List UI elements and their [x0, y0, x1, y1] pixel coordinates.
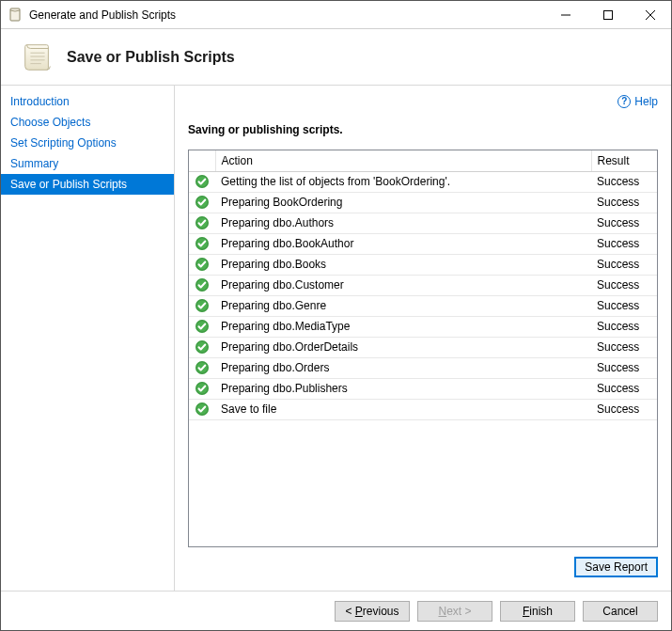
status-cell [189, 213, 215, 233]
cancel-button[interactable]: Cancel [583, 601, 658, 622]
status-cell [189, 316, 215, 337]
table-row[interactable]: Preparing dbo.PublishersSuccess [189, 378, 657, 399]
titlebar: Generate and Publish Scripts [1, 1, 671, 29]
table-row[interactable]: Preparing dbo.AuthorsSuccess [189, 213, 657, 233]
success-check-icon [191, 215, 213, 230]
action-cell: Save to file [215, 399, 591, 419]
success-check-icon [191, 277, 213, 292]
nav-sidebar: Introduction Choose Objects Set Scriptin… [1, 86, 175, 591]
result-cell[interactable]: Success [591, 233, 657, 254]
section-title: Saving or publishing scripts. [188, 123, 658, 136]
action-cell: Preparing dbo.Books [215, 254, 591, 275]
help-link[interactable]: ? Help [617, 95, 658, 108]
wizard-body: Introduction Choose Objects Set Scriptin… [1, 86, 671, 591]
action-cell: Preparing dbo.BookAuthor [215, 233, 591, 254]
svg-rect-2 [603, 10, 612, 19]
action-cell: Getting the list of objects from 'BookOr… [215, 171, 591, 192]
action-cell: Preparing dbo.Publishers [215, 378, 591, 399]
page-title: Save or Publish Scripts [67, 49, 235, 66]
action-cell: Preparing dbo.MediaType [215, 316, 591, 337]
window-buttons [544, 1, 671, 28]
app-icon [8, 8, 23, 23]
previous-button[interactable]: < Previous [335, 601, 410, 622]
status-cell [189, 254, 215, 275]
success-check-icon [191, 257, 213, 272]
save-report-button[interactable]: Save Report [574, 557, 658, 577]
result-cell[interactable]: Success [591, 275, 657, 295]
result-cell[interactable]: Success [591, 378, 657, 399]
success-check-icon [191, 298, 213, 313]
col-header-result[interactable]: Result [591, 150, 657, 171]
table-row[interactable]: Preparing dbo.MediaTypeSuccess [189, 316, 657, 337]
success-check-icon [191, 195, 213, 210]
result-cell[interactable]: Success [591, 337, 657, 357]
page-header: Save or Publish Scripts [1, 29, 671, 86]
wizard-footer: < Previous Next > Finish Cancel [1, 591, 671, 630]
save-report-row: Save Report [188, 547, 658, 591]
result-cell[interactable]: Success [591, 254, 657, 275]
table-row[interactable]: Save to fileSuccess [189, 399, 657, 419]
status-cell [189, 378, 215, 399]
table-row[interactable]: Getting the list of objects from 'BookOr… [189, 171, 657, 192]
result-cell[interactable]: Success [591, 357, 657, 378]
status-cell [189, 233, 215, 254]
result-cell[interactable]: Success [591, 316, 657, 337]
svg-rect-0 [10, 8, 20, 21]
action-cell: Preparing dbo.Authors [215, 213, 591, 233]
action-cell: Preparing dbo.Customer [215, 275, 591, 295]
result-cell[interactable]: Success [591, 399, 657, 419]
action-cell: Preparing dbo.OrderDetails [215, 337, 591, 357]
minimize-button[interactable] [544, 1, 586, 28]
action-cell: Preparing BookOrdering [215, 192, 591, 213]
result-cell[interactable]: Success [591, 171, 657, 192]
success-check-icon [191, 236, 213, 251]
status-cell [189, 357, 215, 378]
next-button[interactable]: Next > [417, 601, 492, 622]
help-label: Help [634, 95, 658, 108]
status-cell [189, 399, 215, 419]
main-panel: ? Help Saving or publishing scripts. Act… [175, 86, 671, 591]
success-check-icon [191, 319, 213, 334]
success-check-icon [191, 339, 213, 355]
success-check-icon [191, 360, 213, 375]
action-cell: Preparing dbo.Genre [215, 295, 591, 316]
nav-item-save-or-publish[interactable]: Save or Publish Scripts [1, 174, 174, 195]
progress-table: Action Result Getting the list of object… [189, 150, 657, 420]
maximize-button[interactable] [586, 1, 629, 28]
status-cell [189, 275, 215, 295]
success-check-icon [191, 174, 213, 189]
nav-item-choose-objects[interactable]: Choose Objects [1, 112, 174, 133]
table-row[interactable]: Preparing dbo.OrdersSuccess [189, 357, 657, 378]
wizard-window: Generate and Publish Scripts Save or Pub… [0, 0, 672, 631]
col-header-icon[interactable] [189, 150, 215, 171]
result-cell[interactable]: Success [591, 295, 657, 316]
table-row[interactable]: Preparing dbo.BookAuthorSuccess [189, 233, 657, 254]
script-scroll-icon [20, 39, 55, 75]
col-header-action[interactable]: Action [215, 150, 591, 171]
success-check-icon [191, 402, 213, 417]
action-cell: Preparing dbo.Orders [215, 357, 591, 378]
status-cell [189, 295, 215, 316]
result-cell[interactable]: Success [591, 192, 657, 213]
status-cell [189, 171, 215, 192]
status-cell [189, 192, 215, 213]
finish-button[interactable]: Finish [500, 601, 575, 622]
table-row[interactable]: Preparing BookOrderingSuccess [189, 192, 657, 213]
progress-table-container: Action Result Getting the list of object… [188, 150, 658, 547]
window-title: Generate and Publish Scripts [29, 8, 544, 22]
success-check-icon [191, 381, 213, 396]
table-header-row: Action Result [189, 150, 657, 171]
table-row[interactable]: Preparing dbo.GenreSuccess [189, 295, 657, 316]
help-icon: ? [617, 95, 631, 108]
result-cell[interactable]: Success [591, 213, 657, 233]
table-row[interactable]: Preparing dbo.BooksSuccess [189, 254, 657, 275]
table-row[interactable]: Preparing dbo.CustomerSuccess [189, 275, 657, 295]
close-button[interactable] [629, 1, 671, 28]
nav-item-summary[interactable]: Summary [1, 153, 174, 174]
status-cell [189, 337, 215, 357]
nav-item-introduction[interactable]: Introduction [1, 91, 174, 112]
nav-item-set-scripting-options[interactable]: Set Scripting Options [1, 133, 174, 153]
table-row[interactable]: Preparing dbo.OrderDetailsSuccess [189, 337, 657, 357]
